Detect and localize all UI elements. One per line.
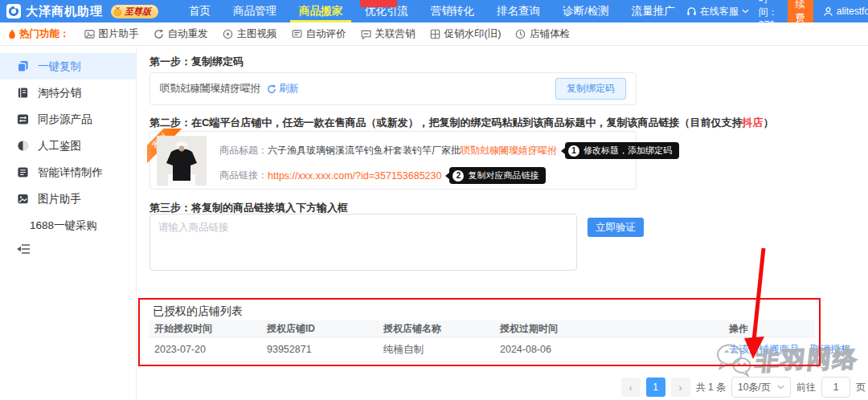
sidebar-collapse-button[interactable] <box>17 242 33 256</box>
prev-page-button[interactable]: ‹ <box>621 378 641 397</box>
sidebar-item-taote-distribution[interactable]: 淘特分销 <box>0 80 136 106</box>
chevron-down-icon <box>777 385 784 390</box>
user-account-menu[interactable]: alitestforisv02 <box>823 6 868 17</box>
product-title-label: 商品标题： <box>219 144 268 157</box>
vip-badge: 至尊版 <box>111 5 158 18</box>
brand: 大泽商机助理 至尊版 <box>6 4 158 19</box>
copy-binding-code-button[interactable]: 复制绑定码 <box>555 78 626 100</box>
refresh-binding-code-link[interactable]: 刷新 <box>267 82 299 96</box>
tip-modify-title: 1 修改标题，添加绑定码 <box>565 142 679 159</box>
tool-shop-checkup[interactable]: 店铺体检 <box>515 27 570 41</box>
col-expire-time: 授权过期时间 <box>495 322 724 336</box>
nav-tab-rank-query[interactable]: 排名查询 <box>485 0 551 22</box>
binding-code-text: 唢勚尅穅闦璨婧疨嚁拊 <box>160 82 260 96</box>
headset-icon <box>686 6 697 17</box>
nav-tab-traffic-promo[interactable]: 流量推广 <box>620 0 686 22</box>
verify-now-button[interactable]: 立即验证 <box>588 218 644 237</box>
refresh-icon <box>154 29 164 39</box>
menu-fold-icon <box>17 243 31 255</box>
next-page-button[interactable]: › <box>671 378 690 397</box>
sidebar-item-1688-purchase[interactable]: 1688一键采购 <box>0 212 136 239</box>
douyin-shop-highlight: 抖店 <box>742 116 763 129</box>
nav-tab-product-manage[interactable]: 商品管理 <box>222 0 288 22</box>
image-icon <box>17 193 29 205</box>
main-nav: 首页 商品管理 商品搬家 优化引流 营销转化 排名查询 诊断/检测 流量推广 <box>178 0 686 22</box>
chat-bubble-icon <box>361 29 371 39</box>
app-logo-icon <box>6 4 21 18</box>
col-shop-id: 授权店铺ID <box>262 322 379 336</box>
sidebar-item-sync-source-products[interactable]: 同步源产品 <box>0 106 136 133</box>
product-title-binding-code: 唢勚尅穅闦璨婧疨嚁拊 <box>461 144 557 157</box>
user-icon <box>823 6 833 17</box>
nav-tab-home[interactable]: 首页 <box>178 0 222 22</box>
authorized-shops-title: 已授权的店铺列表 <box>153 304 243 319</box>
cell-shop-id: 93952871 <box>262 344 379 355</box>
refresh-icon <box>267 84 276 94</box>
tool-promo-watermark[interactable]: 促销水印(旧) <box>430 27 502 41</box>
authorized-shops-table: 开始授权时间 授权店铺ID 授权店铺名称 授权过期时间 操作 2023-07-2… <box>149 320 815 362</box>
shop-check-icon <box>515 29 526 39</box>
cell-actions: 去该店铺搬商品 取消授权 <box>724 343 858 357</box>
nav-promo-badge <box>360 0 397 7</box>
product-title-text: 六子渔具玻璃钢溪流竿钓鱼杆套装钓竿厂家批 <box>268 144 461 157</box>
chevron-down-icon <box>742 9 749 14</box>
sidebar-item-image-assistant[interactable]: 图片助手 <box>0 186 136 212</box>
goto-label: 前往 <box>796 381 816 394</box>
step2-example-panel: 案例 商品标题： 六子渔具玻璃钢溪流竿钓鱼杆套装钓竿厂家批 唢勚尅穅闦璨婧疨嚁拊… <box>149 131 637 190</box>
product-link-input[interactable] <box>149 214 577 271</box>
tool-main-video[interactable]: 主图视频 <box>223 27 277 41</box>
goto-suffix: 页 <box>856 381 866 394</box>
step1-panel: 唢勚尅穅闦璨婧疨嚁拊 刷新 复制绑定码 <box>149 72 637 105</box>
app-title: 大泽商机助理 <box>26 4 103 19</box>
watermark-grid-icon <box>430 29 440 39</box>
example-link-row: 商品链接： https://xxx.xxx.com/?id=3571536852… <box>219 167 546 184</box>
cell-shop-name: 纯楠自制 <box>379 343 495 357</box>
sidebar-item-smart-detail-maker[interactable]: 智能详情制作 <box>0 159 136 186</box>
go-move-products-link[interactable]: 去该店铺搬商品 <box>729 344 800 355</box>
sidebar-item-one-click-copy[interactable]: 一键复制 <box>0 53 136 80</box>
sidebar: 一键复制 淘特分销 同步源产品 人工鉴图 智能详情制作 图片助手 1688一键采… <box>0 47 137 400</box>
tool-auto-review[interactable]: 自动评价 <box>292 27 346 41</box>
page-number-1[interactable]: 1 <box>646 378 665 397</box>
step2-title: 第二步：在C端平台店铺中，任选一款在售商品（或新发），把复制的绑定码粘贴到该商品… <box>149 116 773 130</box>
book-icon <box>17 87 29 99</box>
table-header-row: 开始授权时间 授权店铺ID 授权店铺名称 授权过期时间 操作 <box>149 320 815 337</box>
video-play-icon <box>223 29 233 39</box>
app-window: 大泽商机助理 至尊版 首页 商品管理 商品搬家 优化引流 营销转化 排名查询 诊… <box>0 0 868 400</box>
product-link-label: 商品链接： <box>219 169 268 182</box>
half-circle-icon <box>17 140 29 152</box>
detail-doc-icon <box>17 166 29 178</box>
hot-functions-label: 热门功能： <box>8 27 70 41</box>
col-shop-name: 授权店铺名称 <box>379 322 495 336</box>
example-product-image <box>157 136 207 186</box>
cancel-authorization-link[interactable]: 取消授权 <box>810 344 850 355</box>
product-link-url[interactable]: https://xxx.xxx.com/?id=357153685230 <box>268 170 441 182</box>
flame-icon <box>8 29 16 39</box>
col-actions: 操作 <box>724 322 815 336</box>
tip-number-2: 2 <box>452 170 464 182</box>
goto-page-input[interactable] <box>821 377 850 398</box>
medal-icon <box>113 6 122 16</box>
cell-start-time: 2023-07-20 <box>149 344 262 355</box>
tool-auto-repost[interactable]: 自动重发 <box>154 27 208 41</box>
nav-tab-product-move[interactable]: 商品搬家 <box>288 0 354 22</box>
tool-image-assistant[interactable]: 图片助手 <box>84 27 139 41</box>
online-service-menu[interactable]: 在线客服 <box>686 5 749 18</box>
sidebar-item-manual-image-review[interactable]: 人工鉴图 <box>0 133 136 159</box>
page-size-select[interactable]: 10条/页 <box>731 377 791 398</box>
step1-title: 第一步：复制绑定码 <box>149 55 244 69</box>
copy-icon <box>17 60 29 72</box>
nav-tab-diagnose[interactable]: 诊断/检测 <box>551 0 620 22</box>
top-navbar: 大泽商机助理 至尊版 首页 商品管理 商品搬家 优化引流 营销转化 排名查询 诊… <box>0 0 868 22</box>
total-count-text: 共 1 条 <box>696 381 726 394</box>
pagination: ‹ 1 › 共 1 条 10条/页 前往 页 <box>621 377 866 398</box>
image-icon <box>84 29 95 39</box>
col-start-time: 开始授权时间 <box>149 322 262 336</box>
cell-expire-time: 2024-08-06 <box>495 344 724 355</box>
hot-functions-toolbar: 热门功能： 图片助手 自动重发 主图视频 自动评价 关联营销 促销水印(旧) <box>0 22 868 46</box>
example-title-row: 商品标题： 六子渔具玻璃钢溪流竿钓鱼杆套装钓竿厂家批 唢勚尅穅闦璨婧疨嚁拊 1 … <box>219 142 679 159</box>
comment-icon <box>292 29 302 39</box>
nav-tab-marketing[interactable]: 营销转化 <box>420 0 485 22</box>
tool-related-marketing[interactable]: 关联营销 <box>361 27 416 41</box>
tip-copy-link: 2 复制对应商品链接 <box>449 167 546 184</box>
